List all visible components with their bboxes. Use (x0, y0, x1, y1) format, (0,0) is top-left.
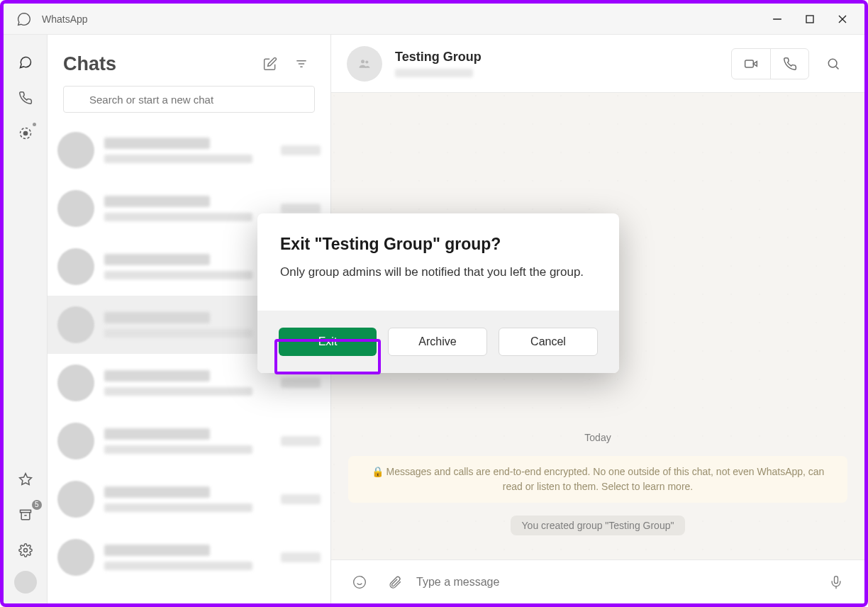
exit-group-dialog: Exit "Testing Group" group? Only group a… (257, 213, 619, 373)
archive-button[interactable]: Archive (388, 328, 487, 356)
dialog-body-text: Only group admins will be notified that … (280, 265, 596, 279)
dialog-title: Exit "Testing Group" group? (280, 235, 596, 254)
exit-button[interactable]: Exit (279, 328, 377, 356)
cancel-button[interactable]: Cancel (499, 328, 598, 356)
